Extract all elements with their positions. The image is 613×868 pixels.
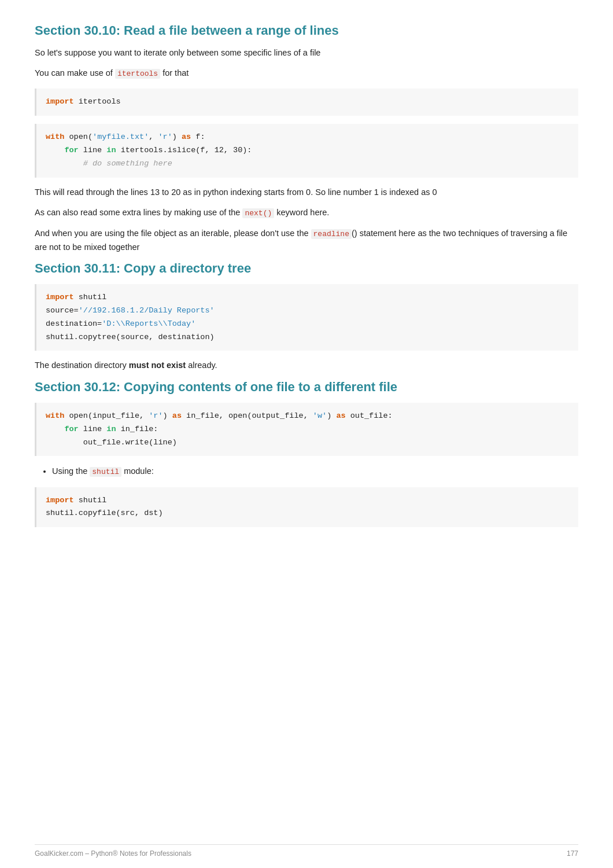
inline-code-itertools: itertools — [115, 69, 160, 79]
para-30-10-3: This will read through the lines 13 to 2… — [35, 186, 578, 199]
code-block-3: import shutil source='//192.168.1.2/Dail… — [35, 284, 578, 351]
para-30-10-5: And when you are using the file object a… — [35, 227, 578, 254]
inline-code-shutil: shutil — [90, 467, 121, 477]
inline-code-readline: readline — [311, 229, 352, 239]
code-block-1: import itertools — [35, 89, 578, 116]
para-30-11-1: The destination directory must not exist… — [35, 359, 578, 372]
bullet-list-1: Using the shutil module: — [52, 464, 578, 479]
para-30-10-4: As can also read some extra lines by mak… — [35, 206, 578, 220]
code-block-4: with open(input_file, 'r') as in_file, o… — [35, 403, 578, 457]
para-30-10-1: So let's suppose you want to iterate onl… — [35, 46, 578, 60]
section-30-10-heading: Section 30.10: Read a file between a ran… — [35, 23, 578, 38]
footer-right: 177 — [567, 849, 578, 858]
page-footer: GoalKicker.com – Python® Notes for Profe… — [35, 844, 578, 858]
section-30-12-heading: Section 30.12: Copying contents of one f… — [35, 380, 578, 395]
inline-code-next: next() — [242, 208, 274, 218]
section-30-11-heading: Section 30.11: Copy a directory tree — [35, 261, 578, 276]
code-block-2: with open('myfile.txt', 'r') as f: for l… — [35, 124, 578, 178]
bullet-item-shutil: Using the shutil module: — [52, 464, 578, 479]
code-block-5: import shutil shutil.copyfile(src, dst) — [35, 487, 578, 528]
footer-left: GoalKicker.com – Python® Notes for Profe… — [35, 849, 191, 858]
para-30-10-2: You can make use of itertools for that — [35, 67, 578, 80]
